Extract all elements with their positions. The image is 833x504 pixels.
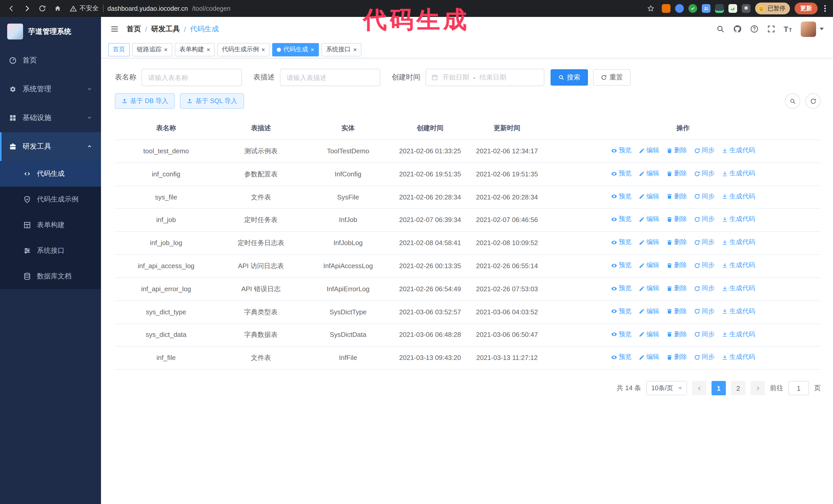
import-sql-button[interactable]: 基于 SQL 导入: [180, 93, 244, 109]
sync-link[interactable]: 同步: [694, 215, 715, 224]
extension-icon[interactable]: [701, 4, 710, 13]
forward-icon[interactable]: [21, 2, 33, 15]
hamburger-icon[interactable]: [110, 25, 119, 33]
delete-link[interactable]: 删除: [666, 215, 687, 224]
edit-link[interactable]: 编辑: [639, 169, 659, 179]
preview-link[interactable]: 预览: [611, 261, 632, 270]
page-button-2[interactable]: 2: [731, 381, 745, 395]
tab-home[interactable]: 首页: [108, 43, 130, 56]
refresh-table-button[interactable]: [805, 93, 821, 109]
edit-link[interactable]: 编辑: [639, 261, 659, 270]
sync-link[interactable]: 同步: [694, 284, 715, 293]
generate-code-link[interactable]: 生成代码: [722, 192, 755, 201]
extension-icon[interactable]: [675, 4, 684, 13]
tab-codegen-example[interactable]: 代码生成示例×: [217, 43, 270, 56]
preview-link[interactable]: 预览: [611, 192, 632, 201]
browser-menu-icon[interactable]: [822, 5, 828, 12]
preview-link[interactable]: 预览: [611, 353, 632, 362]
preview-link[interactable]: 预览: [611, 284, 632, 293]
delete-link[interactable]: 删除: [666, 192, 687, 201]
github-icon[interactable]: [733, 25, 741, 33]
sync-link[interactable]: 同步: [694, 146, 715, 155]
delete-link[interactable]: 删除: [666, 307, 687, 317]
security-indicator[interactable]: 不安全: [70, 4, 99, 13]
edit-link[interactable]: 编辑: [639, 330, 659, 339]
user-menu[interactable]: [801, 21, 824, 37]
delete-link[interactable]: 删除: [666, 238, 687, 248]
edit-link[interactable]: 编辑: [639, 192, 659, 201]
import-db-button[interactable]: 基于 DB 导入: [115, 93, 175, 109]
table-name-input[interactable]: [142, 69, 242, 86]
sidebar-item-form-builder[interactable]: 表单构建: [0, 212, 101, 238]
delete-link[interactable]: 删除: [666, 169, 687, 179]
delete-link[interactable]: 删除: [666, 353, 687, 362]
breadcrumb-home[interactable]: 首页: [127, 24, 141, 33]
help-icon[interactable]: [750, 25, 758, 33]
sidebar-item-db-doc[interactable]: 数据库文档: [0, 264, 101, 289]
next-page-button[interactable]: [751, 381, 765, 395]
search-icon[interactable]: [716, 25, 724, 33]
delete-link[interactable]: 删除: [666, 284, 687, 293]
preview-link[interactable]: 预览: [611, 146, 632, 155]
breadcrumb-dev-tools[interactable]: 研发工具: [151, 24, 180, 33]
preview-link[interactable]: 预览: [611, 307, 632, 317]
search-button[interactable]: 搜索: [551, 69, 588, 86]
delete-link[interactable]: 删除: [666, 146, 687, 155]
generate-code-link[interactable]: 生成代码: [722, 146, 755, 155]
generate-code-link[interactable]: 生成代码: [722, 307, 755, 317]
home-icon[interactable]: [51, 2, 64, 15]
preview-link[interactable]: 预览: [611, 330, 632, 339]
preview-link[interactable]: 预览: [611, 215, 632, 224]
back-icon[interactable]: [5, 2, 18, 15]
address-bar[interactable]: 不安全 dashboard.yudao.iocoder.cn/tool/code…: [70, 4, 642, 13]
bookmark-star-icon[interactable]: [645, 2, 657, 15]
profile-chip[interactable]: 已暂停: [755, 3, 790, 14]
reset-button[interactable]: 重置: [593, 69, 630, 86]
preview-link[interactable]: 预览: [611, 169, 632, 179]
edit-link[interactable]: 编辑: [639, 353, 659, 362]
table-desc-input[interactable]: [280, 69, 380, 86]
sidebar-item-system-management[interactable]: 系统管理: [0, 75, 101, 103]
reload-icon[interactable]: [36, 2, 48, 15]
toggle-search-button[interactable]: [785, 93, 800, 109]
sidebar-item-infrastructure[interactable]: 基础设施: [0, 103, 101, 132]
close-icon[interactable]: ×: [311, 46, 314, 52]
font-size-icon[interactable]: TT: [784, 25, 792, 33]
sync-link[interactable]: 同步: [694, 330, 715, 339]
date-range-picker[interactable]: 开始日期 - 结束日期: [426, 69, 544, 86]
goto-page-input[interactable]: [788, 381, 809, 395]
extension-icon[interactable]: [728, 4, 737, 13]
sync-link[interactable]: 同步: [694, 169, 715, 179]
edit-link[interactable]: 编辑: [639, 215, 659, 224]
generate-code-link[interactable]: 生成代码: [722, 238, 755, 248]
prev-page-button[interactable]: [692, 381, 706, 395]
tab-trace[interactable]: 链路追踪×: [132, 43, 172, 56]
generate-code-link[interactable]: 生成代码: [722, 261, 755, 270]
edit-link[interactable]: 编辑: [639, 238, 659, 248]
sidebar-item-codegen-example[interactable]: 代码生成示例: [0, 187, 101, 212]
generate-code-link[interactable]: 生成代码: [722, 330, 755, 339]
sync-link[interactable]: 同步: [694, 238, 715, 248]
tab-system-api[interactable]: 系统接口×: [322, 43, 361, 56]
sync-link[interactable]: 同步: [694, 307, 715, 317]
extension-icon[interactable]: [662, 4, 670, 13]
close-icon[interactable]: ×: [353, 46, 357, 52]
browser-update-button[interactable]: 更新: [794, 3, 818, 14]
delete-link[interactable]: 删除: [666, 330, 687, 339]
sidebar-item-dev-tools[interactable]: 研发工具: [0, 132, 101, 161]
extension-icon[interactable]: [715, 4, 723, 13]
page-button-1[interactable]: 1: [712, 381, 726, 395]
close-icon[interactable]: ×: [261, 46, 265, 52]
page-size-select[interactable]: 10条/页: [646, 381, 687, 395]
sidebar-item-home[interactable]: 首页: [0, 46, 101, 75]
extensions-puzzle-icon[interactable]: [741, 4, 750, 13]
sidebar-item-system-api[interactable]: 系统接口: [0, 238, 101, 264]
sidebar-item-codegen[interactable]: 代码生成: [0, 161, 101, 187]
sync-link[interactable]: 同步: [694, 192, 715, 201]
extension-icon[interactable]: [688, 4, 697, 13]
generate-code-link[interactable]: 生成代码: [722, 169, 755, 179]
tab-form-builder[interactable]: 表单构建×: [175, 43, 215, 56]
generate-code-link[interactable]: 生成代码: [722, 215, 755, 224]
close-icon[interactable]: ×: [207, 46, 210, 52]
edit-link[interactable]: 编辑: [639, 146, 659, 155]
